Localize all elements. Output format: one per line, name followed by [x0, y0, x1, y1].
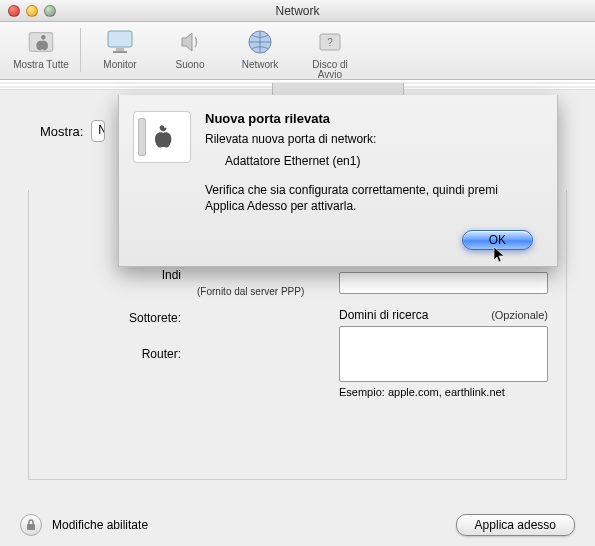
svg-text:?: ?	[327, 37, 333, 48]
lock-status-text: Modifiche abilitate	[52, 518, 148, 532]
startup-disk-button[interactable]: ? Disco di Avvio	[299, 26, 361, 80]
svg-rect-7	[27, 524, 35, 530]
apple-logo-icon	[23, 26, 59, 58]
optional-label: (Opzionale)	[491, 309, 548, 321]
show-popup[interactable]: N	[91, 120, 105, 142]
toolbar-label: Monitor	[103, 60, 136, 70]
network-button[interactable]: Network	[229, 26, 291, 80]
show-label: Mostra:	[40, 124, 83, 139]
window-titlebar: Network	[0, 0, 595, 22]
globe-icon	[242, 26, 278, 58]
toolbar-label: Suono	[176, 60, 205, 70]
search-domains-label: Domini di ricerca	[339, 308, 428, 322]
dialog-verify-text: Verifica che sia configurata correttamen…	[205, 182, 537, 214]
text-field[interactable]	[339, 272, 548, 294]
dialog-title: Nuova porta rilevata	[205, 111, 537, 126]
partial-label-indi: Indi	[49, 268, 189, 282]
ok-button[interactable]: OK	[462, 230, 533, 250]
speaker-icon	[172, 26, 208, 58]
toolbar-label: Disco di Avvio	[299, 60, 361, 80]
search-domains-field[interactable]	[339, 326, 548, 382]
router-label: Router:	[49, 347, 189, 361]
prefpane-footer: Modifiche abilitate Applica adesso	[20, 514, 575, 536]
toolbar-label: Mostra Tutte	[13, 60, 69, 70]
subnet-label: Sottorete:	[49, 311, 189, 325]
toolbar-label: Network	[242, 60, 279, 70]
toolbar-separator	[80, 28, 81, 72]
ppp-hint: (Fornito dal server PPP)	[197, 286, 359, 297]
sheet-attachment	[118, 83, 558, 95]
new-port-dialog: Nuova porta rilevata Rilevata nuova port…	[118, 95, 558, 267]
window-title: Network	[0, 4, 595, 18]
svg-rect-2	[116, 48, 124, 51]
example-text: Esempio: apple.com, earthlink.net	[339, 386, 548, 398]
lock-icon	[25, 519, 37, 531]
dialog-port-name: Adattatore Ethernet (en1)	[225, 154, 537, 168]
preferences-toolbar: Mostra Tutte Monitor Suono Network ?	[0, 22, 595, 80]
lock-button[interactable]	[20, 514, 42, 536]
show-all-button[interactable]: Mostra Tutte	[10, 26, 72, 70]
svg-rect-3	[113, 51, 127, 53]
system-prefs-icon	[133, 111, 191, 163]
disk-icon: ?	[312, 26, 348, 58]
svg-rect-1	[108, 31, 132, 47]
monitor-button[interactable]: Monitor	[89, 26, 151, 80]
apply-now-button[interactable]: Applica adesso	[456, 514, 575, 536]
dialog-message: Rilevata nuova porta di network:	[205, 132, 537, 146]
sound-button[interactable]: Suono	[159, 26, 221, 80]
monitor-icon	[102, 26, 138, 58]
